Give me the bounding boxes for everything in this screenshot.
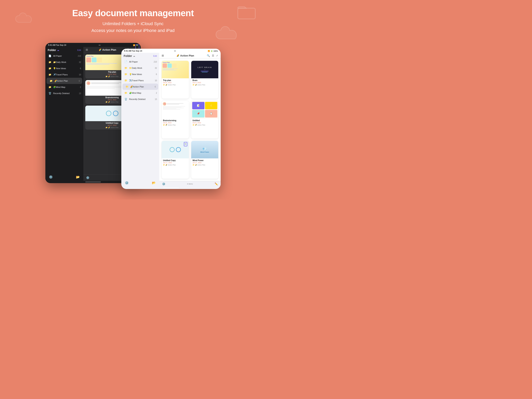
mind-map-icon-dark: 📁 (48, 85, 52, 89)
wind-power-thumb-light: 💨 Wind Power (191, 141, 218, 158)
recently-deleted-icon-dark: 🗑️ (48, 91, 52, 96)
new-folder-icon-light[interactable]: 📂 (152, 181, 156, 185)
main-content-light: ⊞ 🌈 Action Plan 🔍 ☰ ✓ (159, 53, 221, 187)
new-folder-icon-dark[interactable]: 📂 (76, 175, 80, 179)
untitled-copy-folder-light: 📁🌈Action Plan (163, 164, 188, 166)
sidebar-item-action-plan-dark[interactable]: 📁 🌈Action Plan 6 (47, 78, 82, 84)
trip-plan-thumb-light: Travel Plan (162, 61, 189, 78)
untitled-copy-thumb-light: 🛡 (162, 141, 189, 158)
mind-map-icon-light: 📁 (124, 91, 128, 95)
action-plan-icon-dark: 📁 (49, 79, 53, 83)
sidebar-item-all-paper-dark[interactable]: 📄 All Paper 210 (45, 53, 83, 59)
untitled-copy-card-light[interactable]: 🛡 Untitled Copy Jul 17, 2022 📁🌈Action Pl… (162, 141, 189, 179)
sidebar-item-daily-work-light[interactable]: 📁 📁Daily Work 32 (121, 65, 159, 71)
status-bar-light: 9:41 AM Tue Sep 14 ••• 📶🔋 100% (121, 49, 221, 53)
untitled-date-light: Oct 6, 2022 (193, 122, 217, 124)
trip-plan-card-light[interactable]: Travel Plan (162, 61, 189, 99)
home-indicator-dark (85, 182, 101, 182)
untitled-folder-light: 📁🌈Action Plan (193, 124, 217, 126)
sidebar-item-recently-deleted-dark[interactable]: 🗑️ Recently Deleted 13 (45, 90, 83, 97)
main-header-light: ⊞ 🌈 Action Plan 🔍 ☰ ✓ (159, 53, 221, 58)
brain-folder-light: 📁🌈Action Plan (193, 84, 217, 86)
sidebar-item-mind-map-light[interactable]: 📁 🧩Mind Map 2 (121, 90, 159, 96)
trip-plan-info-light: Trip plan Oct 6, 2022 📁🌈Action Plan (162, 78, 189, 87)
all-paper-icon-dark: 📄 (48, 54, 52, 58)
sidebar-light: Folder ☁ Edit 📄 All Paper 210 (121, 53, 159, 187)
status-bar-dark: 9:41 AM Tue Sep 14 ••• 📶🔋 (45, 43, 141, 47)
new-ideas-icon-light: 📁 (124, 72, 128, 76)
brain-info-light: Brain Oct 4, 2022 📁🌈Action Plan (191, 78, 218, 87)
brainstorm-date-light: Oct 6, 2022 (163, 122, 188, 124)
wind-power-date-light: Jul 17, 2022 (193, 162, 217, 164)
sidebar-item-new-ideas-light[interactable]: 📁 💡New Ideas 6 (121, 71, 159, 77)
status-icons-light: 📶🔋 100% (208, 50, 218, 52)
wind-power-folder-light: 📁🌈Action Plan (193, 164, 217, 166)
brain-thumb-light: LEFT BRAIN vs (191, 61, 218, 78)
untitled-copy-title-light: Untitled Copy (163, 159, 188, 161)
brain-date-light: Oct 4, 2022 (193, 82, 217, 84)
brainstorm-thumb-light: 🧠 (162, 101, 189, 118)
page-title: Easy document management (0, 8, 266, 18)
settings-icon-light[interactable]: ⚙️ (125, 181, 129, 185)
home-indicator-light (163, 187, 179, 188)
recently-deleted-icon-light: 🗑️ (124, 97, 128, 101)
list-icon-light[interactable]: ☰ (212, 54, 214, 57)
sidebar-item-mind-map-dark[interactable]: 📁 🧩Mind Map 2 (45, 84, 83, 90)
main-header-icons-light: 🔍 ☰ ✓ (207, 54, 218, 57)
page-header: Easy document management Unlimited Folde… (0, 0, 266, 34)
sidebar-item-travel-plans-light[interactable]: 📁 ✈️Travel Plans 10 (121, 77, 159, 84)
travel-plans-icon-light: 📁 (124, 78, 128, 83)
search-icon-light[interactable]: 🔍 (207, 54, 210, 57)
brainstorm-title-light: Brainstorming (163, 119, 188, 122)
sidebar-item-new-ideas-dark[interactable]: 📁 💡New Ideas 6 (45, 65, 83, 71)
sidebar-item-recently-deleted-light[interactable]: 🗑️ Recently Deleted 13 (121, 96, 159, 102)
items-count-light: 6 Items (165, 183, 215, 185)
sidebar-item-travel-plans-dark[interactable]: 📁 ✈️Travel Plans 10 (45, 71, 83, 78)
sidebar-bottom-dark: ⚙️ 📂 (45, 173, 83, 181)
settings-icon-main-light[interactable]: ⚙️ (162, 182, 165, 186)
trip-plan-title-light: Trip plan (163, 79, 188, 81)
check-icon-light[interactable]: ✓ (216, 54, 218, 57)
wind-power-card-light[interactable]: 💨 Wind Power Wind Power Jul 17, 2022 (191, 141, 218, 179)
page-subtitle: Unlimited Folders + iCloud Sync Access y… (0, 20, 266, 34)
wind-power-title-light: Wind Power (193, 159, 217, 161)
wind-power-info-light: Wind Power Jul 17, 2022 📁🌈Action Plan (191, 158, 218, 167)
action-plan-icon-light: 📁 (125, 84, 129, 89)
sidebar-item-action-plan-light[interactable]: 📁 🌈Action Plan 6 (122, 84, 158, 90)
sidebar-toggle-dark[interactable]: ⊞ (86, 48, 88, 51)
devices-container: 9:41 AM Tue Sep 14 ••• 📶🔋 Folder (45, 39, 221, 191)
untitled-copy-date-light: Jul 17, 2022 (163, 162, 188, 164)
brain-title-light: Brain (193, 79, 217, 81)
untitled-copy-info-light: Untitled Copy Jul 17, 2022 📁🌈Action Plan (162, 158, 189, 167)
sidebar-items-dark: 📄 All Paper 210 📁 📁Daily Work 32 📁 (45, 53, 83, 97)
untitled-card-light[interactable]: 📝 ⭐ 📌 📋 Untitled Oct 6, 2022 (191, 101, 218, 139)
brainstorm-folder-light: 📁🌈Action Plan (163, 124, 188, 126)
compose-icon-light[interactable]: ✏️ (215, 182, 218, 186)
sidebar-dark: Folder ☁ Edit 📄 All Paper 210 (45, 47, 83, 181)
bottom-bar-light: ⚙️ 6 Items ✏️ (159, 181, 221, 187)
daily-work-icon-light: 📁 (124, 66, 128, 70)
sidebar-item-all-paper-light[interactable]: 📄 All Paper 210 (121, 59, 159, 65)
settings-icon-dark[interactable]: ⚙️ (49, 175, 53, 179)
settings-icon-main-dark[interactable]: ⚙️ (86, 176, 89, 179)
trip-plan-date-light: Oct 6, 2022 (163, 82, 188, 84)
sidebar-item-daily-work-dark[interactable]: 📁 📁Daily Work 32 (45, 59, 83, 65)
sidebar-header-dark: Folder ☁ Edit (45, 47, 83, 53)
new-ideas-icon-dark: 📁 (48, 66, 52, 71)
sidebar-header-light: Folder ☁ Edit (121, 53, 159, 59)
sidebar-toggle-light[interactable]: ⊞ (162, 54, 164, 57)
untitled-title-light: Untitled (193, 119, 217, 122)
daily-work-icon-dark: 📁 (48, 60, 52, 64)
brain-card-light[interactable]: LEFT BRAIN vs Brain Oc (191, 61, 218, 99)
ipad-light-screen: 9:41 AM Tue Sep 14 ••• 📶🔋 100% Folder (121, 49, 221, 189)
sidebar-items-light: 📄 All Paper 210 📁 📁Daily Work 32 📁 (121, 59, 159, 102)
brainstorm-card-light[interactable]: 🧠 (162, 101, 189, 139)
brainstorm-info-light: Brainstorming Oct 6, 2022 📁🌈Action Plan (162, 118, 189, 127)
all-paper-icon-light: 📄 (124, 60, 128, 64)
trip-plan-folder-light: 📁🌈Action Plan (163, 84, 188, 86)
ipad-light: 9:41 AM Tue Sep 14 ••• 📶🔋 100% Folder (121, 49, 221, 189)
doc-grid-light: Travel Plan (159, 58, 221, 181)
travel-plans-icon-dark: 📁 (48, 72, 52, 77)
untitled-info-light: Untitled Oct 6, 2022 📁🌈Action Plan (191, 118, 218, 127)
sidebar-bottom-light: ⚙️ 📂 (121, 179, 159, 187)
